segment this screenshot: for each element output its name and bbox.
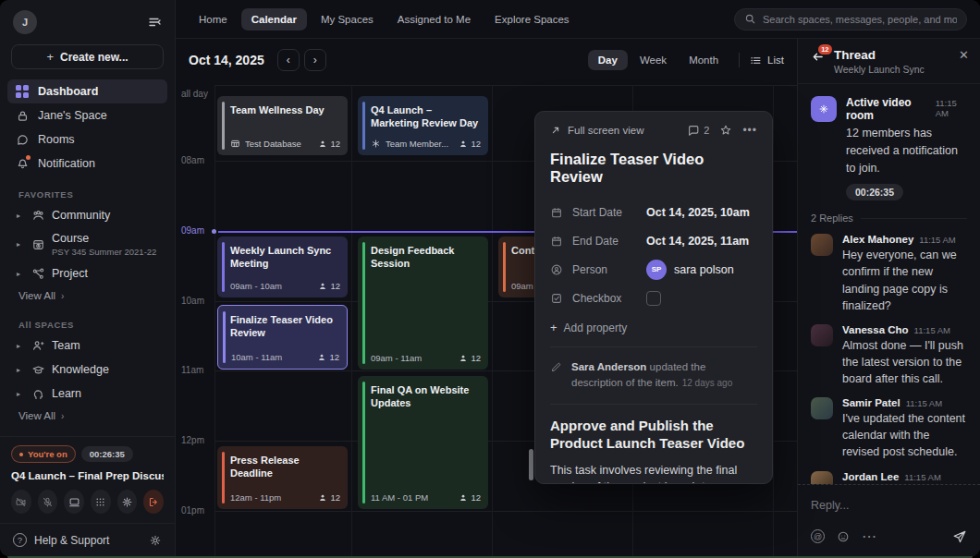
time-label: 11am [181,365,214,375]
send-button[interactable] [952,529,967,544]
more-options-icon[interactable]: ⋯ [862,528,876,545]
expand-caret-icon[interactable]: ▸ [17,240,24,249]
event-press-release-deadline[interactable]: Press Release Deadline 12am - 11pm 12 [217,446,348,509]
call-room-title: Q4 Launch – Final Prep Discussion [11,463,164,481]
close-icon[interactable]: ✕ [959,48,969,62]
call-settings-button[interactable] [117,490,138,514]
activity-entry: Sara Anderson updated the description of… [550,359,757,392]
tab-explore-spaces[interactable]: Explore Spaces [484,8,580,30]
tab-home[interactable]: Home [189,8,238,30]
view-week-button[interactable]: Week [630,50,677,70]
chevron-right-icon: › [61,411,64,421]
event-team-wellness-day[interactable]: Team Wellness Day Test Database 12 [217,96,348,155]
view-all-spaces[interactable]: View All › [0,406,175,426]
view-list-button[interactable]: List [750,55,784,67]
event-weekly-launch-sync-meeting[interactable]: Weekly Launch Sync Meeting 09am - 10am 1… [217,237,348,297]
search-icon [744,13,756,25]
back-button[interactable]: 12 [811,50,825,75]
event-finalize-teaser-video-review[interactable]: Finalize Teaser Video Review 10am - 11am… [217,305,348,370]
sidebar-item-notification[interactable]: Notification [7,152,167,176]
video-room-avatar [811,96,837,122]
sidebar-item-course[interactable]: ▸ Course PSY 345 Summer 2021-22 [0,227,175,261]
expand-caret-icon[interactable]: ▸ [17,270,24,278]
notification-dot [26,155,31,160]
calendar-icon [550,235,564,248]
person-circle-icon [550,263,564,276]
field-checkbox[interactable]: Checkbox [550,284,757,312]
view-month-button[interactable]: Month [679,50,729,70]
live-dot-icon [19,453,23,456]
time-label: all day [181,89,214,99]
help-icon: ? [13,533,27,547]
apps-grid-button[interactable] [91,490,111,514]
sidebar-item-learn[interactable]: ▸ Learn [0,382,175,406]
tab-assigned-to-me[interactable]: Assigned to Me [387,8,481,30]
tab-calendar[interactable]: Calendar [241,8,307,30]
expand-caret-icon[interactable]: ▸ [17,342,24,350]
search-bar[interactable] [734,8,967,30]
next-day-button[interactable]: › [304,49,326,71]
view-day-button[interactable]: Day [588,50,628,70]
event-design-feedback-session[interactable]: Design Feedback Session 09am - 11am 12 [358,237,488,370]
search-input[interactable] [763,14,957,25]
chevron-right-icon: › [61,291,64,301]
event-q4-launch-marketing-review[interactable]: Q4 Launch – Marketing Review Day Team Me… [358,96,488,155]
description-body: This task involves reviewing the final v… [550,462,757,485]
star-button[interactable] [719,124,732,137]
attendee-icon [318,493,327,503]
tab-my-spaces[interactable]: My Spaces [311,8,384,30]
thread-subtitle: Weekly Launch Sync [834,64,925,75]
database-table-icon [230,139,240,149]
star-icon [719,124,732,137]
thread-title: Thread [834,48,925,62]
collapse-sidebar-icon[interactable] [147,15,162,30]
expand-caret-icon[interactable]: ▸ [17,366,24,374]
sidebar-item-community[interactable]: ▸ Community [0,203,175,227]
user-avatar[interactable]: J [13,10,37,34]
mic-off-button[interactable] [38,490,58,514]
sidebar-item-project[interactable]: ▸ Project [0,261,175,285]
checkbox-input[interactable] [646,291,661,306]
attendee-icon [317,353,326,362]
time-label-current: 09am [181,225,214,236]
thread-message: Vanessa Cho11:15 AM Almost done — I'll p… [798,314,980,387]
scrollbar-thumb[interactable] [529,449,533,480]
bell-icon [15,156,30,171]
leave-call-button[interactable] [143,490,164,514]
comments-button[interactable]: 2 [687,124,709,137]
time-label: 10am [181,296,214,306]
sidebar-item-rooms[interactable]: Rooms [7,127,167,152]
add-property-button[interactable]: + Add property [550,321,757,334]
sidebar-item-team[interactable]: ▸ Team [0,334,175,358]
view-all-favorites[interactable]: View All › [0,285,175,306]
more-options-button[interactable]: ••• [742,124,757,137]
field-end-date[interactable]: End Date Oct 14, 2025, 11am [550,226,757,255]
full-screen-view-button[interactable]: Full screen view [550,125,643,136]
active-call-panel: You're on 00:26:35 Q4 Launch – Final Pre… [0,436,175,523]
favorites-heading: FAVORITES [18,189,156,200]
sidebar-item-janes-space[interactable]: Jane's Space [7,103,167,127]
description-title: Approve and Publish the Product Launch T… [550,417,757,453]
field-start-date[interactable]: Start Date Oct 14, 2025, 10am [550,198,757,226]
sidebar-item-knowledge[interactable]: ▸ Knowledge [0,358,175,382]
reply-input[interactable] [811,499,967,512]
camera-off-button[interactable] [11,490,31,514]
prev-day-button[interactable]: ‹ [277,49,300,71]
calendar-date: Oct 14, 2025 [189,53,264,67]
time-label: 12pm [181,435,214,445]
create-new-button[interactable]: + Create new... [11,44,164,69]
field-person[interactable]: Person SP sara polson [550,255,757,284]
help-support-link[interactable]: Help & Support [34,534,109,547]
sidebar-item-dashboard[interactable]: Dashboard [7,79,167,103]
settings-gear-icon[interactable] [149,534,162,547]
emoji-icon[interactable] [837,530,850,543]
mention-icon[interactable]: @ [811,529,825,543]
expand-caret-icon[interactable]: ▸ [17,390,24,398]
attendee-icon [318,140,327,149]
chat-bubble-icon [15,132,30,147]
screen-share-button[interactable] [64,490,84,514]
expand-caret-icon[interactable]: ▸ [17,212,24,220]
reply-composer: @ ⋯ [798,484,980,556]
current-time-dot [212,229,216,234]
event-final-qa-website-updates[interactable]: Final QA on Website Updates 11 AM - 01 P… [358,376,488,509]
